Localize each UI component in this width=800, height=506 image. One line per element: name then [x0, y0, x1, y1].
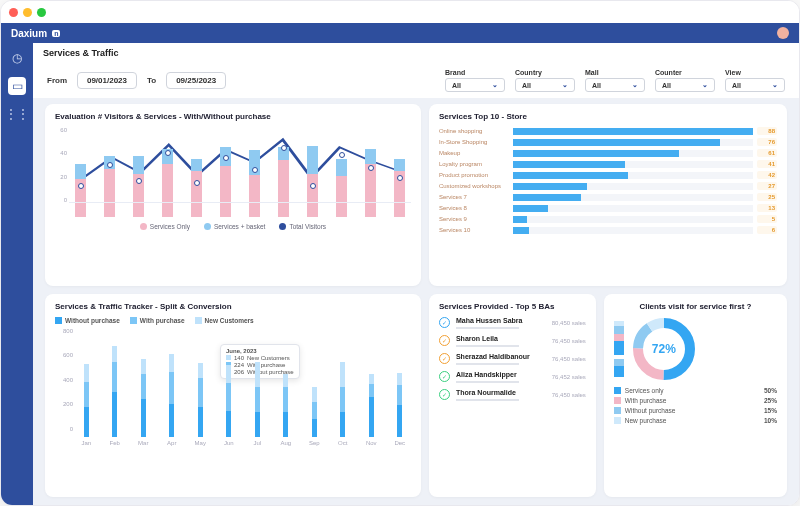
card-evaluation: Evaluation # Visitors & Services - With/…	[45, 104, 421, 286]
to-label: To	[147, 76, 156, 85]
mac-titlebar	[1, 1, 799, 23]
brand-logo: Daxiumn	[11, 28, 60, 39]
filter-counter[interactable]: CounterAll⌄	[655, 69, 715, 92]
tracker-column[interactable]: Jan	[75, 346, 98, 446]
legend-item: Services Only	[140, 223, 190, 230]
mini-bar	[614, 359, 624, 377]
card-title: Services Provided - Top 5 BAs	[439, 302, 586, 311]
close-icon[interactable]	[9, 8, 18, 17]
card-title: Evaluation # Visitors & Services - With/…	[55, 112, 411, 121]
date-to-input[interactable]: 09/25/2023	[166, 72, 226, 89]
donut-center: 72%	[632, 317, 696, 381]
legend-item: New Customers	[195, 317, 254, 324]
chevron-down-icon: ⌄	[492, 81, 498, 89]
brand-text: Daxium	[11, 28, 47, 39]
check-icon: ✓	[439, 389, 450, 400]
bar-column[interactable]	[214, 141, 237, 217]
bar-column[interactable]	[127, 141, 150, 217]
bar-column[interactable]	[98, 141, 121, 217]
check-icon: ✓	[439, 317, 450, 328]
hbar-row[interactable]: Services 813	[439, 204, 777, 212]
legend-item: Services + basket	[204, 223, 265, 230]
date-from-input[interactable]: 09/01/2023	[77, 72, 137, 89]
maximize-icon[interactable]	[37, 8, 46, 17]
tracker-column[interactable]: Nov	[360, 346, 383, 446]
filter-brand[interactable]: BrandAll⌄	[445, 69, 505, 92]
bar-column[interactable]	[69, 141, 92, 217]
check-icon: ✓	[439, 371, 450, 382]
app-window: Daxiumn ◷ ▭ ⋮⋮ Services & Traffic From 0…	[0, 0, 800, 506]
chevron-down-icon: ⌄	[632, 81, 638, 89]
legend-item: With purchase	[130, 317, 185, 324]
check-icon: ✓	[439, 335, 450, 346]
ba-row[interactable]: ✓Thora Nourmalide76,450 sales	[439, 389, 586, 401]
bar-column[interactable]	[243, 141, 266, 217]
hbar-row[interactable]: Product promotion42	[439, 171, 777, 179]
tracker-column[interactable]: Apr	[161, 346, 184, 446]
legend-row: With purchase25%	[614, 397, 777, 404]
card-title: Services Top 10 - Store	[439, 112, 777, 121]
tracker-column[interactable]: Oct	[332, 346, 355, 446]
card-top-ba: Services Provided - Top 5 BAs ✓Maha Huss…	[429, 294, 596, 498]
bar-column[interactable]	[156, 141, 179, 217]
legend-row: New purchase10%	[614, 417, 777, 424]
ba-row[interactable]: ✓Sherazad Haldibanour76,450 sales	[439, 353, 586, 365]
hbar-row[interactable]: Services 95	[439, 215, 777, 223]
tracker-column[interactable]: Jul	[246, 346, 269, 446]
sidebar-clock-icon[interactable]: ◷	[8, 49, 26, 67]
tracker-column[interactable]: Jun	[218, 346, 241, 446]
tracker-column[interactable]: Sep	[303, 346, 326, 446]
donut-chart: 72%	[632, 317, 696, 381]
ba-row[interactable]: ✓Sharon Leila76,450 sales	[439, 335, 586, 347]
bar-column[interactable]	[330, 141, 353, 217]
legend-row: Without purchase15%	[614, 407, 777, 414]
bar-column[interactable]	[301, 141, 324, 217]
legend-item: Total Visitors	[279, 223, 326, 230]
mini-bar	[614, 321, 624, 355]
tracker-column[interactable]: Feb	[104, 346, 127, 446]
page-title: Services & Traffic	[33, 43, 799, 63]
legend-row: Services only50%	[614, 387, 777, 394]
check-icon: ✓	[439, 353, 450, 364]
sidebar-calendar-icon[interactable]: ▭	[8, 77, 26, 95]
chevron-down-icon: ⌄	[702, 81, 708, 89]
hbar-row[interactable]: In-Store Shopping76	[439, 138, 777, 146]
hbar-row[interactable]: Customized workshops27	[439, 182, 777, 190]
card-tracker: Services & Traffic Tracker - Split & Con…	[45, 294, 421, 498]
tracker-column[interactable]: Dec	[389, 346, 412, 446]
avatar[interactable]	[777, 27, 789, 39]
card-title: Clients visit for service first ?	[614, 302, 777, 311]
filter-country[interactable]: CountryAll⌄	[515, 69, 575, 92]
ba-row[interactable]: ✓Maha Hussen Sabra80,450 sales	[439, 317, 586, 329]
legend-item: Without purchase	[55, 317, 120, 324]
hbar-row[interactable]: Makeup61	[439, 149, 777, 157]
bar-column[interactable]	[388, 141, 411, 217]
filter-view[interactable]: ViewAll⌄	[725, 69, 785, 92]
sidebar: ◷ ▭ ⋮⋮	[1, 43, 33, 506]
bar-column[interactable]	[272, 141, 295, 217]
bar-column[interactable]	[185, 141, 208, 217]
tracker-chart: 8006004002000 June, 2023 140New Customer…	[55, 328, 411, 446]
tracker-column[interactable]: Mar	[132, 346, 155, 446]
filter-bar: From 09/01/2023 To 09/25/2023 BrandAll⌄C…	[33, 63, 799, 98]
card-top10: Services Top 10 - Store Online shopping8…	[429, 104, 787, 286]
tracker-column[interactable]: May	[189, 346, 212, 446]
hbar-row[interactable]: Services 725	[439, 193, 777, 201]
app-header: Daxiumn	[1, 23, 799, 43]
chevron-down-icon: ⌄	[772, 81, 778, 89]
filter-mall[interactable]: MallAll⌄	[585, 69, 645, 92]
hbar-row[interactable]: Services 106	[439, 226, 777, 234]
hbar-row[interactable]: Online shopping88	[439, 127, 777, 135]
brand-mark: n	[52, 30, 60, 37]
card-donut: Clients visit for service first ?	[604, 294, 787, 498]
ba-row[interactable]: ✓Aliza Handskipper76,452 sales	[439, 371, 586, 383]
chevron-down-icon: ⌄	[562, 81, 568, 89]
from-label: From	[47, 76, 67, 85]
card-title: Services & Traffic Tracker - Split & Con…	[55, 302, 411, 311]
sidebar-grid-icon[interactable]: ⋮⋮	[8, 105, 26, 123]
minimize-icon[interactable]	[23, 8, 32, 17]
bar-column[interactable]	[359, 141, 382, 217]
hbar-row[interactable]: Loyalty program41	[439, 160, 777, 168]
eval-chart: 6040200	[55, 127, 411, 217]
tracker-column[interactable]: Aug	[275, 346, 298, 446]
